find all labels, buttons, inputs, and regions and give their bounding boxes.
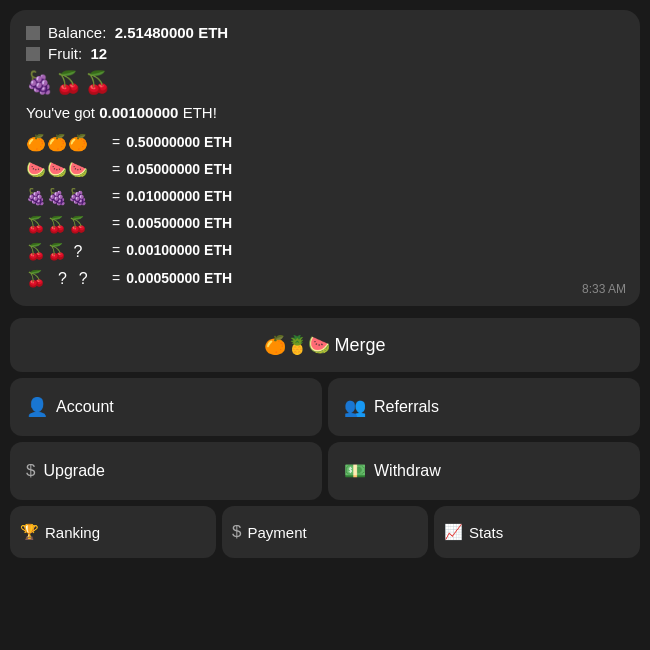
withdraw-label: Withdraw — [374, 462, 441, 480]
message-timestamp: 8:33 AM — [582, 282, 626, 296]
fruit-table: 🍊🍊🍊 = 0.50000000 ETH 🍉🍉🍉 = 0.05000000 ET… — [26, 129, 624, 292]
stats-icon: 📈 — [444, 523, 463, 541]
account-label: Account — [56, 398, 114, 416]
payment-label: Payment — [247, 524, 306, 541]
upgrade-label: Upgrade — [43, 462, 104, 480]
fruit-value: 12 — [91, 45, 108, 62]
balance-value: 2.51480000 ETH — [115, 24, 228, 41]
fruit-text: Fruit: 12 — [48, 45, 107, 62]
nav-bottom-row: 🏆 Ranking $ Payment 📈 Stats — [10, 506, 640, 558]
withdraw-icon: 💵 — [344, 460, 366, 482]
ranking-button[interactable]: 🏆 Ranking — [10, 506, 216, 558]
referrals-label: Referrals — [374, 398, 439, 416]
table-row: 🍒 ? ? = 0.00050000 ETH — [26, 265, 624, 292]
table-row: 🍇🍇🍇 = 0.01000000 ETH — [26, 183, 624, 210]
stats-label: Stats — [469, 524, 503, 541]
table-row: 🍊🍊🍊 = 0.50000000 ETH — [26, 129, 624, 156]
nav-grid-row2: $ Upgrade 💵 Withdraw — [10, 442, 640, 500]
withdraw-button[interactable]: 💵 Withdraw — [328, 442, 640, 500]
upgrade-button[interactable]: $ Upgrade — [10, 442, 322, 500]
payment-button[interactable]: $ Payment — [222, 506, 428, 558]
upgrade-icon: $ — [26, 461, 35, 481]
stats-button[interactable]: 📈 Stats — [434, 506, 640, 558]
table-row: 🍒🍒 ? = 0.00100000 ETH — [26, 238, 624, 265]
nav-grid-row1: 👤 Account 👥 Referrals — [10, 378, 640, 436]
fruit-icon — [26, 47, 40, 61]
merge-button[interactable]: 🍊🍍🍉 Merge — [10, 318, 640, 372]
account-icon: 👤 — [26, 396, 48, 418]
balance-text: Balance: 2.51480000 ETH — [48, 24, 228, 41]
you-got-message: You've got 0.00100000 ETH! — [26, 104, 624, 121]
merge-icon: 🍊🍍🍉 — [264, 334, 330, 356]
fruit-icons-display: 🍇🍒🍒 — [26, 70, 624, 96]
balance-label: Balance: — [48, 24, 106, 41]
referrals-button[interactable]: 👥 Referrals — [328, 378, 640, 436]
table-row: 🍉🍉🍉 = 0.05000000 ETH — [26, 156, 624, 183]
you-got-suffix: ETH! — [178, 104, 216, 121]
table-row: 🍒🍒🍒 = 0.00500000 ETH — [26, 211, 624, 238]
you-got-prefix: You've got — [26, 104, 99, 121]
bottom-navigation: 🍊🍍🍉 Merge 👤 Account 👥 Referrals $ Upgrad… — [0, 312, 650, 564]
chat-message: Balance: 2.51480000 ETH Fruit: 12 🍇🍒🍒 Yo… — [10, 10, 640, 306]
ranking-label: Ranking — [45, 524, 100, 541]
account-button[interactable]: 👤 Account — [10, 378, 322, 436]
payment-icon: $ — [232, 522, 241, 542]
ranking-icon: 🏆 — [20, 523, 39, 541]
referrals-icon: 👥 — [344, 396, 366, 418]
merge-label: Merge — [334, 335, 385, 356]
balance-icon — [26, 26, 40, 40]
you-got-value: 0.00100000 — [99, 104, 178, 121]
fruit-label: Fruit: — [48, 45, 82, 62]
